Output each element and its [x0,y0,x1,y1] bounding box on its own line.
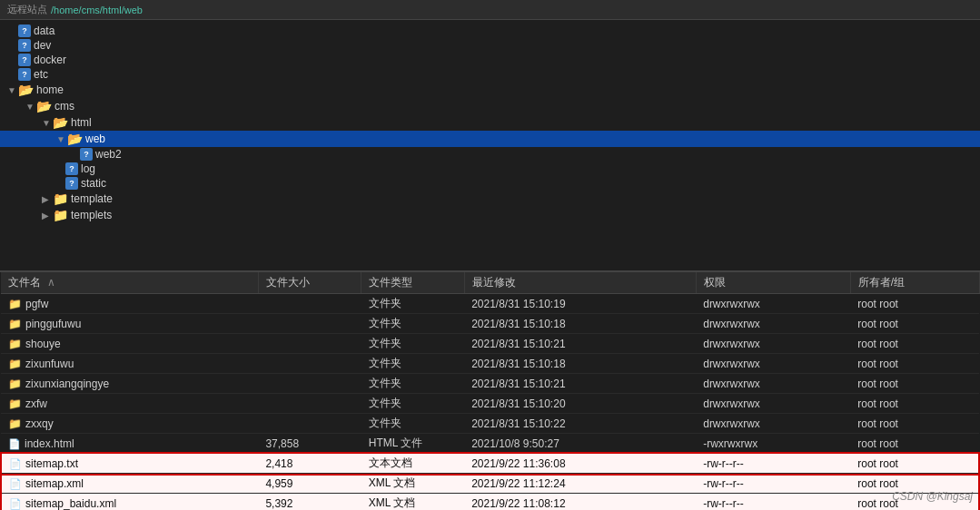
col-filename: 文件名 ∧ [1,272,258,294]
tree-label-web: web [85,132,105,145]
table-row[interactable]: 📁zxxqy 文件夹 2021/8/31 15:10:22 drwxrwxrwx… [1,414,979,434]
table-row[interactable]: 📁zxfw 文件夹 2021/8/31 15:10:20 drwxrwxrwx … [1,394,979,414]
cell-perm: -rw-r--r-- [696,494,850,511]
cell-name: 📁zxfw [1,394,258,414]
cell-name: 📁zixunfuwu [1,354,258,374]
cell-perm: -rwxrwxrwx [696,434,850,454]
table-row-highlighted-sitemap-baidu[interactable]: 📄sitemap_baidu.xml 5,392 XML 文档 2021/9/2… [1,494,979,511]
question-icon-dev: ? [18,39,31,52]
cell-size: 37,858 [258,434,361,454]
cell-type: 文件夹 [361,314,464,334]
file-table-body: 📁pgfw 文件夹 2021/8/31 15:10:19 drwxrwxrwx … [1,294,979,511]
folder-icon: 📁 [8,318,22,330]
expand-templets[interactable]: ▶ [42,211,53,221]
tree-item-docker[interactable]: ? docker [0,53,980,67]
file-icon: 📄 [9,478,22,490]
tree-item-templets[interactable]: ▶ 📁 templets [0,207,980,223]
cell-name: 📄sitemap.xml [1,474,258,494]
cell-size [258,314,361,334]
table-row[interactable]: 📁shouye 文件夹 2021/8/31 15:10:21 drwxrwxrw… [1,334,979,354]
cell-modified: 2021/8/31 15:10:20 [464,394,696,414]
table-row[interactable]: 📁zixunfuwu 文件夹 2021/8/31 15:10:18 drwxrw… [1,354,979,374]
cell-size [258,414,361,434]
tree-label-static: static [81,177,106,190]
question-icon-log: ? [65,162,78,175]
tree-label-templets: templets [71,209,112,221]
question-icon-web2: ? [80,148,93,161]
tree-item-cms[interactable]: ▼ 📂 cms [0,98,980,114]
cell-type: XML 文档 [361,474,464,494]
cell-type: 文件夹 [361,394,464,414]
file-table: 文件名 ∧ 文件大小 文件类型 最近修改 权限 所有者/组 📁pgfw [0,272,980,510]
folder-icon-templets: 📁 [53,208,68,222]
question-icon-docker: ? [18,54,31,66]
table-row[interactable]: 📄index.html 37,858 HTML 文件 2021/10/8 9:5… [1,434,979,454]
expand-template[interactable]: ▶ [42,194,53,204]
cell-type: 文件夹 [361,414,464,434]
tree-item-web[interactable]: ▼ 📂 web [0,131,980,147]
cell-modified: 2021/8/31 15:10:21 [464,374,696,394]
path-bar: 远程站点 /home/cms/html/web [0,0,980,20]
tree-label-cms: cms [54,100,74,113]
cell-size [258,334,361,354]
cell-owner: root root [850,294,979,314]
cell-owner: root root [850,354,979,374]
tree-item-etc[interactable]: ? etc [0,67,980,82]
cell-type: 文件夹 [361,334,464,354]
cell-perm: drwxrwxrwx [696,374,850,394]
cell-name: 📁pgfw [1,294,258,314]
folder-icon: 📁 [8,378,22,390]
current-path: /home/cms/html/web [51,5,143,15]
cell-size: 2,418 [258,454,361,474]
expand-home[interactable]: ▼ [7,85,18,95]
folder-icon: 📁 [8,417,22,430]
expand-web[interactable]: ▼ [56,134,67,144]
file-icon: 📄 [9,498,22,510]
expand-cms[interactable]: ▼ [25,102,36,112]
remote-tree-panel: 远程站点 /home/cms/html/web ? data ? dev ? d… [0,0,980,272]
cell-name: 📁pinggufuwu [1,314,258,334]
tree-item-html[interactable]: ▼ 📂 html [0,114,980,131]
table-row[interactable]: 📁pinggufuwu 文件夹 2021/8/31 15:10:18 drwxr… [1,314,979,334]
tree-item-web2[interactable]: ? web2 [0,147,980,162]
table-row-highlighted-sitemap-xml[interactable]: 📄sitemap.xml 4,959 XML 文档 2021/9/22 11:1… [1,474,979,494]
folder-icon-template: 📁 [53,191,68,206]
tree-item-static[interactable]: ? static [0,176,980,191]
tree-item-log[interactable]: ? log [0,162,980,176]
folder-icon-web: 📂 [67,132,83,146]
cell-modified: 2021/8/31 15:10:22 [464,414,696,434]
col-filesize: 文件大小 [258,272,361,294]
folder-icon: 📁 [8,298,22,310]
tree-item-template[interactable]: ▶ 📁 template [0,191,980,207]
tree-item-data[interactable]: ? data [0,24,980,38]
tree-item-home[interactable]: ▼ 📂 home [0,82,980,98]
cell-modified: 2021/8/31 15:10:18 [464,314,696,334]
cell-modified: 2021/8/31 15:10:21 [464,334,696,354]
cell-owner: root root [850,414,979,434]
cell-perm: -rw-r--r-- [696,454,850,474]
expand-html[interactable]: ▼ [42,118,53,128]
cell-name: 📄sitemap.txt [1,454,258,474]
table-row[interactable]: 📁pgfw 文件夹 2021/8/31 15:10:19 drwxrwxrwx … [1,294,979,314]
file-table-wrapper[interactable]: 文件名 ∧ 文件大小 文件类型 最近修改 权限 所有者/组 📁pgfw [0,272,980,510]
cell-name: 📁shouye [1,334,258,354]
file-tree[interactable]: ? data ? dev ? docker ? etc [0,20,980,270]
cell-owner: root root [850,454,979,474]
question-icon-data: ? [18,25,31,37]
question-icon-static: ? [65,177,78,190]
cell-name: 📁zxxqy [1,414,258,434]
tree-item-dev[interactable]: ? dev [0,38,980,53]
cell-size [258,294,361,314]
cell-owner: root root [850,334,979,354]
col-modified: 最近修改 [464,272,696,294]
folder-icon: 📁 [8,338,22,350]
table-row-highlighted-sitemap-txt[interactable]: 📄sitemap.txt 2,418 文本文档 2021/9/22 11:36:… [1,454,979,474]
tree-label-home: home [36,83,64,96]
cell-modified: 2021/8/31 15:10:18 [464,354,696,374]
table-row[interactable]: 📁zixunxiangqingye 文件夹 2021/8/31 15:10:21… [1,374,979,394]
cell-size [258,354,361,374]
cell-size: 5,392 [258,494,361,511]
tree-label-dev: dev [34,39,51,52]
cell-perm: drwxrwxrwx [696,414,850,434]
tree-label-data: data [34,25,54,37]
